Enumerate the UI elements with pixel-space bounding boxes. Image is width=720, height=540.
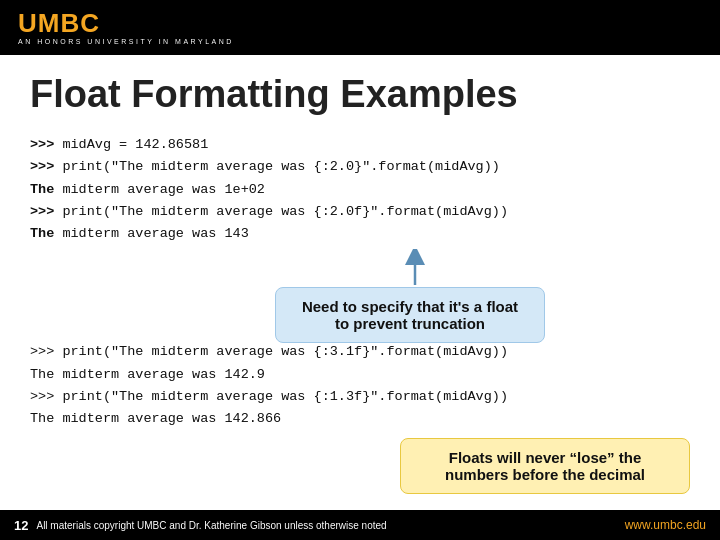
tooltip-float-decimal: Floats will never “lose” the numbers bef… — [400, 438, 690, 494]
footer-copyright: All materials copyright UMBC and Dr. Kat… — [36, 520, 386, 531]
code-line-1: >>> midAvg = 142.86581 — [30, 134, 690, 156]
footer: 12 All materials copyright UMBC and Dr. … — [0, 510, 720, 540]
code-line-2: >>> print("The midterm average was {:2.0… — [30, 156, 690, 178]
header: UMBC AN HONORS UNIVERSITY IN MARYLAND — [0, 0, 720, 55]
umbc-logo: UMBC AN HONORS UNIVERSITY IN MARYLAND — [18, 10, 234, 45]
page-number: 12 — [14, 518, 28, 533]
umbc-subtitle: AN HONORS UNIVERSITY IN MARYLAND — [18, 38, 234, 45]
arrow-up-icon — [400, 249, 430, 287]
code-block-1: >>> midAvg = 142.86581 >>> print("The mi… — [30, 134, 690, 245]
code-line-4: >>> print("The midterm average was {:2.0… — [30, 201, 690, 223]
umbc-logo-text: UMBC — [18, 10, 100, 36]
code-line-9: The midterm average was 142.866 — [30, 408, 690, 430]
footer-left: 12 All materials copyright UMBC and Dr. … — [14, 518, 387, 533]
code-line-5: The midterm average was 143 — [30, 223, 690, 245]
page-title: Float Formatting Examples — [30, 73, 690, 116]
tooltip-float-truncation: Need to specify that it's a float to pre… — [275, 287, 545, 343]
code-line-6: >>> print("The midterm average was {:3.1… — [30, 341, 690, 363]
code-line-3: The midterm average was 1e+02 — [30, 179, 690, 201]
code-block-2: >>> print("The midterm average was {:3.1… — [30, 341, 690, 430]
code-line-8: >>> print("The midterm average was {:1.3… — [30, 386, 690, 408]
main-content: Float Formatting Examples >>> midAvg = 1… — [0, 55, 720, 504]
code-line-7: The midterm average was 142.9 — [30, 364, 690, 386]
footer-url: www.umbc.edu — [625, 518, 706, 532]
tooltip2-container: Floats will never “lose” the numbers bef… — [30, 434, 690, 494]
